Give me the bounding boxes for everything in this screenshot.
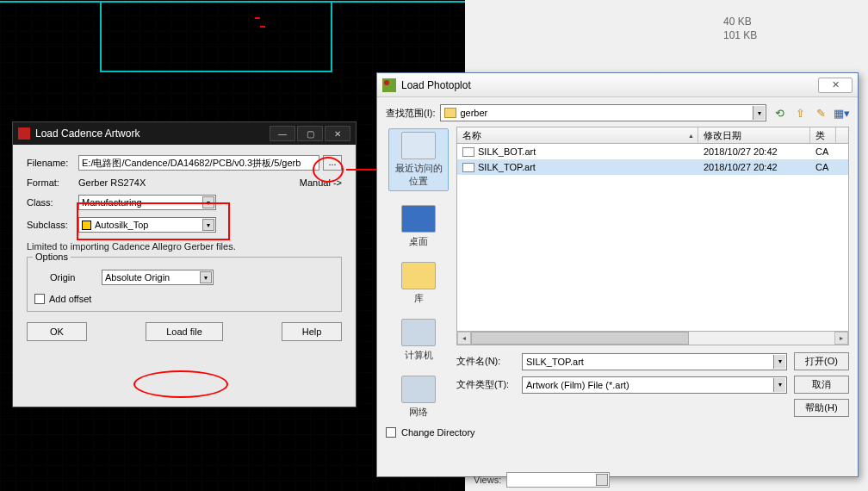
chevron-down-icon: ▾ [773, 355, 785, 369]
dialog-titlebar[interactable]: Load Cadence Artwork — ▢ ✕ [13, 122, 356, 145]
filetype-label: 文件类型(T): [456, 378, 515, 391]
load-file-button[interactable]: Load file [146, 322, 223, 341]
filename-label: 文件名(N): [456, 355, 515, 368]
filesize-text: 40 KB [723, 16, 752, 28]
up-button[interactable]: ⇧ [792, 105, 808, 121]
scroll-track[interactable] [471, 332, 834, 345]
scroll-left-button[interactable]: ◂ [457, 332, 471, 345]
class-combo[interactable]: Manufacturing ▾ [78, 195, 216, 210]
checkbox-box [386, 427, 396, 438]
new-folder-button[interactable]: ✎ [813, 105, 828, 121]
look-in-combo[interactable]: gerber ▾ [440, 104, 766, 121]
places-bar: 最近访问的位置 桌面 库 计算机 网络 [386, 127, 451, 419]
help-button[interactable]: Help [282, 322, 342, 341]
subclass-combo[interactable]: Autosilk_Top ▾ [78, 217, 216, 233]
help-button[interactable]: 帮助(H) [794, 399, 849, 417]
place-network[interactable]: 网络 [388, 376, 449, 419]
format-value: Gerber RS274X [78, 177, 146, 188]
options-title: Options [33, 252, 71, 262]
place-desktop[interactable]: 桌面 [388, 205, 449, 248]
filename-label: Filename: [27, 158, 78, 168]
origin-value: Absolute Origin [105, 272, 170, 283]
chevron-down-icon: ▾ [200, 271, 212, 283]
look-in-label: 查找范围(I): [386, 107, 435, 120]
scroll-right-button[interactable]: ▸ [834, 332, 848, 345]
class-label: Class: [27, 197, 78, 208]
origin-label: Origin [50, 272, 102, 283]
class-value: Manufacturing [82, 197, 142, 208]
place-computer[interactable]: 计算机 [388, 319, 449, 362]
chevron-down-icon: ▾ [202, 219, 214, 231]
dialog-titlebar[interactable]: Load Photoplot ✕ [377, 73, 858, 97]
chevron-down-icon: ▾ [753, 106, 765, 120]
look-in-value: gerber [460, 108, 487, 118]
place-library[interactable]: 库 [388, 262, 449, 305]
file-row-selected[interactable]: SILK_TOP.art 2018/10/27 20:42 CA [457, 159, 848, 175]
dialog-title: Load Cadence Artwork [35, 127, 140, 140]
horizontal-scrollbar[interactable]: ◂ ▸ [456, 332, 849, 345]
origin-combo[interactable]: Absolute Origin ▾ [102, 270, 214, 285]
file-icon [462, 147, 474, 157]
scroll-thumb[interactable] [471, 332, 689, 345]
file-icon [462, 163, 474, 172]
col-date[interactable]: 修改日期 [698, 127, 810, 143]
desktop-icon [401, 205, 436, 233]
library-icon [401, 262, 436, 289]
chevron-down-icon [596, 474, 608, 486]
format-label: Format: [27, 177, 78, 188]
network-icon [401, 376, 436, 403]
subclass-value: Autosilk_Top [95, 220, 148, 230]
checkbox-box [34, 294, 45, 304]
col-name[interactable]: 名称 ▲ [457, 127, 698, 143]
change-directory-checkbox[interactable]: Change Directory [386, 427, 849, 438]
subclass-label: Subclass: [27, 220, 78, 230]
sort-asc-icon: ▲ [688, 133, 694, 139]
chevron-down-icon: ▾ [202, 196, 214, 208]
browse-button[interactable]: ... [323, 155, 342, 171]
views-combo[interactable] [506, 472, 610, 488]
view-menu-button[interactable]: ▦▾ [834, 105, 849, 121]
dialog-title: Load Photoplot [401, 79, 471, 91]
manual-link[interactable]: Manual -> [300, 177, 342, 188]
add-offset-checkbox[interactable]: Add offset [34, 294, 334, 304]
folder-icon [444, 108, 456, 118]
col-type[interactable]: 类 [810, 127, 836, 143]
open-button[interactable]: 打开(O) [794, 352, 849, 370]
app-icon [18, 127, 30, 140]
color-swatch [82, 221, 91, 230]
maximize-button[interactable]: ▢ [297, 126, 323, 141]
options-fieldset: Options Origin Absolute Origin ▾ Add off… [27, 257, 342, 312]
file-list[interactable]: SILK_BOT.art 2018/10/27 20:42 CA SILK_TO… [456, 144, 849, 332]
add-offset-label: Add offset [49, 294, 91, 304]
file-list-header: 名称 ▲ 修改日期 类 [456, 127, 849, 144]
filename-combo[interactable]: SILK_TOP.art ▾ [522, 353, 787, 370]
place-recent[interactable]: 最近访问的位置 [388, 128, 449, 191]
load-cadence-artwork-dialog: Load Cadence Artwork — ▢ ✕ Filename: ...… [12, 121, 356, 407]
close-button[interactable]: ✕ [325, 126, 350, 141]
ok-button[interactable]: OK [27, 322, 87, 341]
filetype-combo[interactable]: Artwork (Film) File (*.art) ▾ [522, 376, 787, 394]
annotation-circle [133, 370, 228, 398]
recent-icon [401, 132, 436, 159]
close-button[interactable]: ✕ [818, 78, 852, 93]
computer-icon [401, 319, 436, 346]
cancel-button[interactable]: 取消 [794, 376, 849, 394]
load-photoplot-dialog: Load Photoplot ✕ 查找范围(I): gerber ▾ ⟲ ⇧ ✎… [376, 72, 859, 477]
file-row[interactable]: SILK_BOT.art 2018/10/27 20:42 CA [457, 144, 848, 159]
filesize-text: 101 KB [723, 29, 757, 41]
back-button[interactable]: ⟲ [772, 105, 787, 121]
app-icon [382, 78, 396, 92]
views-stub: Views: [474, 470, 646, 489]
filename-input[interactable] [78, 155, 319, 171]
import-note: Limited to importing Cadence Allegro Ger… [27, 241, 342, 252]
minimize-button[interactable]: — [270, 126, 295, 141]
chevron-down-icon: ▾ [773, 378, 785, 392]
